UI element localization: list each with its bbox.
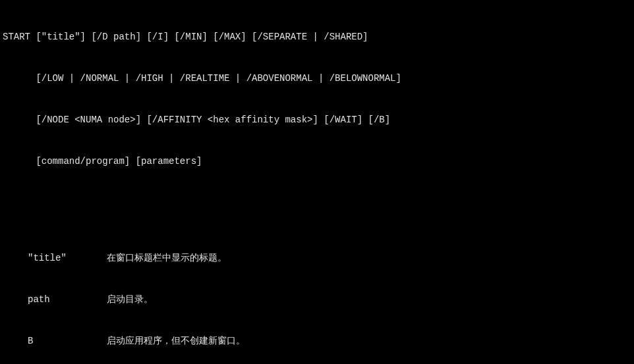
param-desc: 在窗口标题栏中显示的标题。: [107, 251, 631, 265]
param-name: "title": [3, 251, 107, 265]
param-path: path 启动目录。: [3, 293, 631, 307]
syntax-line-1: START ["title"] [/D path] [/I] [/MIN] [/…: [3, 30, 631, 44]
param-desc: 启动目录。: [107, 293, 631, 307]
param-title: "title" 在窗口标题栏中显示的标题。: [3, 251, 631, 265]
terminal-output[interactable]: START ["title"] [/D path] [/I] [/MIN] [/…: [3, 3, 631, 364]
param-desc: 启动应用程序，但不创建新窗口。: [107, 334, 631, 348]
syntax-line-3: [/NODE <NUMA node>] [/AFFINITY <hex affi…: [3, 113, 631, 127]
syntax-line-2: [/LOW | /NORMAL | /HIGH | /REALTIME | /A…: [3, 72, 631, 86]
syntax-line-4: [command/program] [parameters]: [3, 155, 631, 169]
blank-line: [3, 196, 631, 210]
param-B: B 启动应用程序，但不创建新窗口。: [3, 334, 631, 348]
param-name: path: [3, 293, 107, 307]
param-name: B: [3, 334, 107, 348]
